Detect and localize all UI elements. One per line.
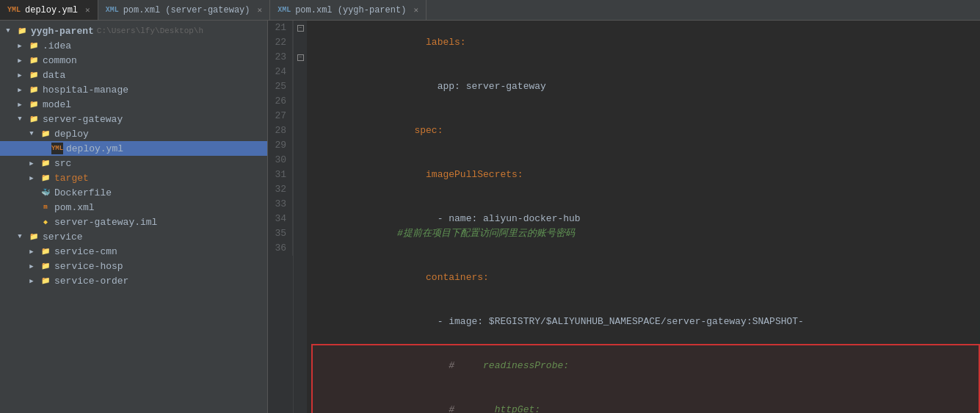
editor-lines-container: 21 22 23 24 25 26 27 28 29 30 31 32 33 3… — [268, 21, 980, 413]
tab-pom-server-gateway[interactable]: XML pom.xml (server-gateway) ✕ — [98, 0, 270, 20]
expand-arrow: ▶ — [26, 261, 37, 271]
code-line-25: - name: aliyun-docker-hub #提前在项目下配置访问阿里云… — [311, 197, 980, 256]
sidebar-item-deploy-yml[interactable]: YML deploy.yml — [0, 141, 267, 156]
folder-icon: 📁 — [28, 69, 40, 81]
line-num-35: 35 — [268, 226, 293, 241]
code-line-24: imagePullSecrets: — [311, 153, 980, 197]
sidebar: ▼ 📁 yygh-parent C:\Users\lfy\Desktop\h ▶… — [0, 21, 268, 413]
sidebar-item-service-order[interactable]: ▶ 📁 service-order — [0, 273, 267, 288]
expand-arrow: ▼ — [15, 231, 25, 242]
sidebar-item-target[interactable]: ▶ 📁 target — [0, 170, 267, 185]
folder-icon: 📁 — [28, 113, 40, 125]
item-label: deploy — [54, 129, 89, 140]
gutter-26 — [294, 94, 307, 109]
gutter-33 — [294, 197, 307, 212]
gutter-31 — [294, 168, 307, 182]
sidebar-item-common[interactable]: ▶ 📁 common — [0, 53, 267, 68]
code-line-29: # httpGet: — [311, 388, 980, 413]
gutter-21: − — [294, 21, 307, 35]
sidebar-item-yygh-parent[interactable]: ▼ 📁 yygh-parent C:\Users\lfy\Desktop\h — [0, 24, 267, 38]
item-label: server-gateway — [43, 114, 123, 125]
tab-label: deploy.yml — [25, 5, 78, 15]
sidebar-item-data[interactable]: ▶ 📁 data — [0, 68, 267, 82]
gutter: − − — [294, 21, 307, 413]
gutter-35 — [294, 226, 307, 241]
code-line-28: # readinessProbe: — [311, 344, 980, 388]
item-label: service-cmn — [54, 246, 117, 257]
line-num-21: 21 — [268, 21, 293, 35]
tab-pom-yygh-parent[interactable]: XML pom.xml (yygh-parent) ✕ — [270, 0, 427, 20]
fold-marker-23[interactable]: − — [297, 54, 304, 61]
sidebar-item-model[interactable]: ▶ 📁 model — [0, 97, 267, 112]
folder-icon: 📁 — [40, 275, 51, 287]
gutter-24 — [294, 65, 307, 79]
tab-bar: YML deploy.yml ✕ XML pom.xml (server-gat… — [0, 0, 980, 21]
tab-close-button[interactable]: ✕ — [258, 5, 263, 15]
gutter-29 — [294, 138, 307, 153]
tab-label: pom.xml (server-gateway) — [123, 5, 250, 15]
gutter-30 — [294, 153, 307, 168]
folder-icon: 📁 — [28, 231, 40, 243]
folder-icon: 📁 — [28, 84, 40, 96]
highlight-region: # readinessProbe: # httpGet: # path: /ac… — [311, 344, 980, 413]
line-num-22: 22 — [268, 35, 293, 50]
item-label: model — [43, 99, 71, 110]
line-num-27: 27 — [268, 109, 293, 123]
expand-arrow: ▶ — [15, 55, 25, 65]
sidebar-item-dockerfile[interactable]: 🐳 Dockerfile — [0, 185, 267, 200]
folder-target-icon: 📁 — [40, 172, 51, 184]
yml-icon: YML — [7, 6, 21, 14]
sidebar-item-server-gateway[interactable]: ▼ 📁 server-gateway — [0, 112, 267, 126]
item-label: pom.xml — [54, 202, 95, 213]
xml-icon: XML — [277, 6, 291, 14]
tab-close-button[interactable]: ✕ — [413, 5, 418, 15]
item-label: service-hosp — [54, 261, 123, 272]
expand-arrow: ▶ — [15, 99, 25, 109]
gutter-32 — [294, 182, 307, 197]
sidebar-item-idea[interactable]: ▶ 📁 .idea — [0, 38, 267, 53]
sidebar-item-service-hosp[interactable]: ▶ 📁 service-hosp — [0, 259, 267, 273]
folder-icon: 📁 — [40, 260, 51, 272]
folder-icon: 📁 — [28, 98, 40, 110]
editor[interactable]: 21 22 23 24 25 26 27 28 29 30 31 32 33 3… — [268, 21, 980, 413]
line-numbers: 21 22 23 24 25 26 27 28 29 30 31 32 33 3… — [268, 21, 294, 413]
gutter-23: − — [294, 50, 307, 65]
code-content[interactable]: labels: app: server-gateway spec: imag — [307, 21, 980, 413]
item-label: server-gateway.iml — [54, 217, 157, 228]
line-num-25: 25 — [268, 79, 293, 94]
expand-arrow: ▼ — [3, 26, 13, 36]
fold-marker-21[interactable]: − — [297, 25, 304, 32]
line-num-32: 32 — [268, 182, 293, 197]
sidebar-item-server-gateway-iml[interactable]: ◆ server-gateway.iml — [0, 215, 267, 229]
expand-arrow: ▶ — [15, 85, 25, 95]
sidebar-item-deploy[interactable]: ▼ 📁 deploy — [0, 126, 267, 141]
line-num-28: 28 — [268, 123, 293, 138]
gutter-36 — [294, 241, 307, 256]
tab-deploy-yml[interactable]: YML deploy.yml ✕ — [0, 0, 98, 20]
sidebar-item-hospital-manage[interactable]: ▶ 📁 hospital-manage — [0, 82, 267, 97]
item-label: common — [43, 55, 77, 66]
xml-icon: XML — [106, 6, 119, 14]
gutter-22 — [294, 35, 307, 50]
expand-arrow: ▶ — [26, 246, 37, 256]
tab-close-button[interactable]: ✕ — [85, 5, 90, 15]
line-num-29: 29 — [268, 138, 293, 153]
folder-icon: 📁 — [40, 128, 51, 140]
sidebar-item-service[interactable]: ▼ 📁 service — [0, 229, 267, 244]
main-area: ▼ 📁 yygh-parent C:\Users\lfy\Desktop\h ▶… — [0, 21, 980, 413]
line-num-23: 23 — [268, 50, 293, 65]
yml-file-icon: YML — [51, 143, 63, 154]
xml-file-icon: m — [40, 201, 51, 213]
gutter-27 — [294, 109, 307, 123]
line-num-24: 24 — [268, 65, 293, 79]
expand-arrow: ▶ — [26, 173, 37, 183]
folder-icon: 📁 — [40, 245, 51, 257]
expand-arrow: ▶ — [26, 276, 37, 286]
sidebar-item-pom-xml[interactable]: m pom.xml — [0, 200, 267, 215]
expand-arrow: ▶ — [26, 158, 37, 168]
item-label: hospital-manage — [43, 85, 128, 96]
sidebar-item-src[interactable]: ▶ 📁 src — [0, 156, 267, 170]
sidebar-item-service-cmn[interactable]: ▶ 📁 service-cmn — [0, 244, 267, 259]
item-label: service — [43, 231, 83, 243]
line-num-36: 36 — [268, 241, 293, 256]
